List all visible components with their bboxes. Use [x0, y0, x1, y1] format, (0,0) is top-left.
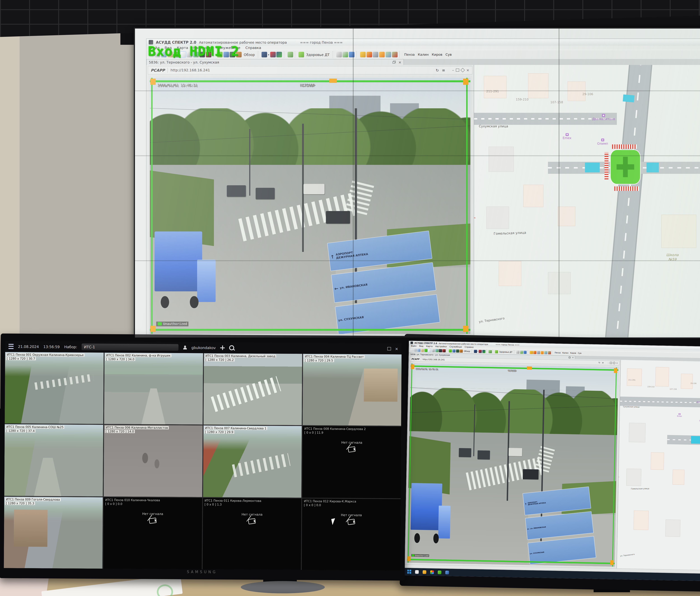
filter-off-icon[interactable] [270, 52, 276, 57]
zoom-plus-icon[interactable] [343, 52, 348, 57]
folder-delete-icon[interactable] [366, 52, 372, 57]
camera-cell-006[interactable]: ИТС1 Пенза 006 Калинина-Металлистов[ 128… [104, 425, 203, 497]
route-icon[interactable] [495, 350, 498, 353]
poi-emex[interactable]: Emex [562, 133, 572, 140]
hand-icon[interactable] [428, 349, 431, 352]
zoom-icon[interactable] [336, 52, 342, 57]
set-select[interactable]: ИТС-1 [82, 343, 178, 351]
camera-cell-003[interactable]: ИТС1 Пенза 003 Калинина, Дизельный завод… [203, 353, 302, 425]
cluster-icon[interactable] [288, 52, 293, 57]
folder-icon[interactable] [530, 351, 533, 354]
export-icon[interactable] [385, 52, 391, 57]
pane-maximize-icon[interactable] [610, 362, 612, 364]
camera-viewer[interactable]: ↑ АЭРОПОРТ ДЕЖУРНАЯ АПТЕКА ← ул. ИВАНОВС… [406, 362, 620, 568]
edit-icon[interactable] [421, 348, 424, 352]
move-layout-icon[interactable] [220, 345, 225, 350]
export-delete-icon[interactable] [548, 351, 551, 354]
camera-viewer[interactable]: ↑ АЭРОПОРТ ДЕЖУРНАЯ АПТЕКА ← ул. ИВАНОВС… [148, 76, 472, 336]
tab-close-icon[interactable]: × [572, 356, 574, 359]
detector-blue-icon[interactable] [452, 349, 455, 353]
menu-map[interactable]: Карта [426, 345, 432, 348]
filter-off-icon[interactable] [479, 350, 482, 353]
folder-delete-icon[interactable] [533, 351, 536, 354]
filter-apply-icon[interactable] [482, 350, 485, 353]
archive-icon[interactable] [373, 52, 378, 57]
filter-dropdown-icon[interactable]: ▾ [268, 53, 269, 56]
map-intersection[interactable] [610, 150, 641, 185]
refresh-icon[interactable]: ↻ [436, 68, 439, 73]
camera-cell-005[interactable]: ИТС1 Пенза 005 Калинина-СОШ №25[ 1280 x … [4, 424, 103, 496]
open-icon[interactable] [414, 348, 417, 352]
menu-settings[interactable]: Настройки [435, 345, 447, 348]
layers-icon[interactable] [424, 349, 428, 352]
marker-plus-icon[interactable] [349, 52, 355, 57]
city-button-suv[interactable]: Сув [577, 352, 582, 355]
tab-intersection-5836[interactable]: 5836: ул. Терновского - ул. Сухумская × [146, 59, 404, 65]
binoculars-red-icon[interactable] [443, 349, 446, 352]
city-button-suv[interactable]: Сув [444, 52, 453, 57]
pane-minimize-icon[interactable]: – [452, 68, 454, 72]
camera-cell-012[interactable]: ИТС1 Пенза 012 Кирова-К.Маркса[ 0 x 0 ] … [302, 498, 401, 571]
poi-olimp[interactable]: Олимп [597, 138, 608, 146]
pane-close-icon[interactable]: × [616, 362, 618, 364]
camera-cell-007[interactable]: ИТС1 Пенза 007 Калинина-Свердлова 1[ 128… [203, 425, 302, 498]
undo-icon[interactable] [541, 351, 544, 354]
pc-menu-icon[interactable]: ≡ [602, 361, 604, 364]
menu-service[interactable]: Служебные [450, 345, 462, 348]
map-arrow-icon[interactable] [435, 349, 438, 352]
camera-url[interactable]: http://192.168.16.241 [423, 358, 445, 361]
green-arrow-icon[interactable] [449, 349, 452, 353]
menu-view[interactable]: Вид [419, 345, 423, 347]
filter-icon[interactable] [474, 350, 477, 353]
city-button-kalin[interactable]: Калин [417, 52, 430, 57]
restore-pane-icon[interactable] [569, 357, 571, 358]
pc-menu-icon[interactable]: ≡ [442, 68, 445, 73]
map-pane[interactable]: 211-291 159-210 107-158 29-106 Два капит… [617, 360, 700, 571]
map-pane[interactable]: 211-291 159-210 107-158 29-106 Два капит… [474, 65, 700, 337]
export-delete-icon[interactable] [392, 52, 398, 57]
camera-cell-009[interactable]: ИТС1 Пенза 009 Гоголя-Свердлова[ 1280 x … [4, 497, 103, 569]
pane-resize-icon[interactable] [612, 361, 616, 364]
window-close-icon[interactable]: × [395, 346, 398, 351]
camera-cell-008[interactable]: ИТС1 Пенза 008 Калинина-Свердлова 2[ 0 x… [302, 426, 401, 498]
camera-cell-001[interactable]: ИТС1 Пенза 001 Окружная Калинина-Кривозе… [5, 352, 104, 424]
poi-emex[interactable]: Emex [677, 413, 682, 417]
zoom-plus-icon[interactable] [520, 351, 523, 354]
poi-olimp[interactable]: Олимп [699, 418, 700, 422]
menu-burger-icon[interactable] [8, 344, 14, 349]
filter-icon[interactable] [261, 52, 267, 57]
poi-dva-kapitana[interactable]: Два капитана [592, 114, 615, 121]
pane-resize-icon[interactable] [460, 68, 465, 72]
filter-apply-icon[interactable] [276, 52, 282, 57]
undo-icon[interactable] [379, 52, 385, 57]
folder-taskbar-icon[interactable] [423, 570, 426, 574]
overview-label[interactable]: Обзор [464, 350, 470, 353]
new-doc-icon[interactable] [410, 348, 413, 352]
browser-icon[interactable] [430, 570, 434, 574]
health-label[interactable]: Здоровье ДТ [499, 351, 512, 353]
archive-icon[interactable] [537, 351, 540, 354]
menu-file[interactable]: Файл [411, 345, 417, 347]
filter-dropdown-icon[interactable]: ▾ [478, 351, 478, 352]
city-button-kirov[interactable]: Киров [431, 52, 444, 57]
camera-cell-004[interactable]: ИТС1 Пенза 004 Калинина-ТЦ Рассвет[ 1280… [303, 354, 402, 426]
health-label[interactable]: Здоровье ДТ [306, 53, 329, 57]
cluster-icon[interactable] [489, 350, 492, 353]
zoom-icon[interactable] [516, 351, 519, 354]
tab-close-icon[interactable]: × [398, 60, 401, 64]
pen-icon[interactable] [432, 349, 435, 352]
city-button-kalin[interactable]: Калин [562, 352, 569, 355]
pane-close-icon[interactable]: × [466, 68, 469, 72]
asudd-taskbar-icon[interactable] [438, 570, 442, 574]
search-icon[interactable] [415, 570, 419, 574]
camera-cell-011[interactable]: ИТС1 Пенза 011 Кирова-Лермонтова[ 0 x 0 … [202, 498, 301, 570]
detector-green-icon[interactable] [456, 349, 459, 353]
detector-orange-icon[interactable] [459, 349, 463, 353]
route-icon[interactable] [299, 52, 304, 57]
marker-plus-icon[interactable] [523, 351, 527, 354]
restore-pane-icon[interactable] [393, 61, 396, 64]
menu-help[interactable]: Справка [245, 46, 261, 50]
poi-dva-kapitana[interactable]: Два капитана [696, 399, 700, 403]
city-button-penza[interactable]: Пенза [554, 352, 561, 354]
export-icon[interactable] [544, 351, 547, 354]
